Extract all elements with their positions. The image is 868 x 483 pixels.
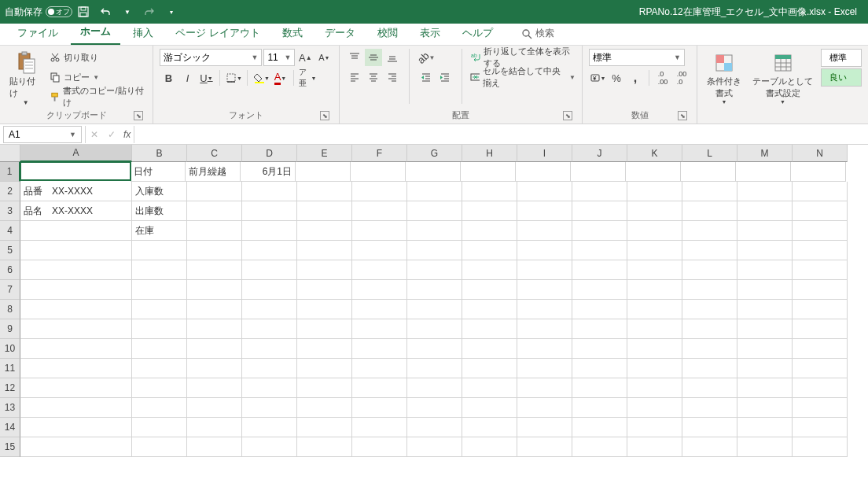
cell-F15[interactable]: [352, 437, 407, 457]
cell-E6[interactable]: [297, 260, 352, 280]
cell-C2[interactable]: [187, 182, 242, 201]
phonetic-button[interactable]: ア亜▼: [299, 69, 316, 87]
undo-dropdown-icon[interactable]: ▼: [121, 6, 134, 18]
cell-K11[interactable]: [627, 359, 682, 378]
cell-L14[interactable]: [682, 418, 737, 437]
cell-B2[interactable]: 入庫数: [132, 182, 187, 201]
column-header-K[interactable]: K: [627, 145, 682, 162]
cell-A3[interactable]: 品名 XX-XXXX: [20, 201, 132, 221]
cell-I5[interactable]: [517, 241, 572, 260]
row-header-15[interactable]: 15: [0, 437, 20, 457]
cell-J11[interactable]: [572, 359, 627, 378]
cell-N7[interactable]: [793, 280, 848, 300]
cell-F5[interactable]: [352, 241, 407, 260]
cell-B14[interactable]: [132, 418, 187, 437]
cell-L13[interactable]: [682, 398, 737, 418]
accounting-format-button[interactable]: ¥▼: [589, 69, 606, 87]
cell-A9[interactable]: [20, 319, 132, 339]
cell-H5[interactable]: [462, 241, 517, 260]
column-header-C[interactable]: C: [187, 145, 242, 162]
cell-H7[interactable]: [462, 280, 517, 300]
cell-J9[interactable]: [572, 319, 627, 339]
select-all-corner[interactable]: [0, 145, 20, 162]
cell-A4[interactable]: [20, 221, 132, 241]
cell-I11[interactable]: [517, 359, 572, 378]
cell-G6[interactable]: [407, 260, 462, 280]
formula-bar[interactable]: [134, 126, 868, 143]
cell-N8[interactable]: [793, 300, 848, 319]
row-header-3[interactable]: 3: [0, 201, 20, 221]
cell-K8[interactable]: [627, 300, 682, 319]
cell-L15[interactable]: [682, 437, 737, 457]
cell-C11[interactable]: [187, 359, 242, 378]
search-button[interactable]: 検索: [521, 27, 554, 45]
cell-L7[interactable]: [682, 280, 737, 300]
enter-formula-button[interactable]: ✓: [103, 126, 120, 143]
cell-J13[interactable]: [572, 398, 627, 418]
align-right-button[interactable]: [384, 68, 401, 86]
cell-L3[interactable]: [682, 201, 737, 221]
cell-I4[interactable]: [517, 221, 572, 241]
cell-M15[interactable]: [737, 437, 793, 457]
autosave-switch[interactable]: オフ: [46, 6, 72, 17]
cell-B10[interactable]: [132, 339, 187, 359]
decrease-indent-button[interactable]: [417, 68, 435, 86]
cell-K4[interactable]: [627, 221, 682, 241]
cell-J4[interactable]: [572, 221, 627, 241]
cell-D9[interactable]: [242, 319, 297, 339]
column-header-I[interactable]: I: [517, 145, 572, 162]
cell-D3[interactable]: [242, 201, 297, 221]
row-header-2[interactable]: 2: [0, 182, 20, 201]
row-header-1[interactable]: 1: [0, 162, 20, 182]
cell-F1[interactable]: [351, 162, 406, 182]
tab-data[interactable]: データ: [315, 23, 365, 45]
cell-L4[interactable]: [682, 221, 737, 241]
increase-indent-button[interactable]: [436, 68, 454, 86]
cell-C13[interactable]: [187, 398, 242, 418]
cell-D6[interactable]: [242, 260, 297, 280]
row-header-4[interactable]: 4: [0, 221, 20, 241]
cell-N5[interactable]: [793, 241, 848, 260]
cell-C8[interactable]: [187, 300, 242, 319]
column-header-J[interactable]: J: [572, 145, 627, 162]
fill-color-button[interactable]: ▼: [252, 69, 270, 87]
cell-L11[interactable]: [682, 359, 737, 378]
cell-E8[interactable]: [297, 300, 352, 319]
column-header-F[interactable]: F: [352, 145, 407, 162]
cell-N14[interactable]: [793, 418, 848, 437]
cell-I8[interactable]: [517, 300, 572, 319]
cell-C1[interactable]: 前月繰越: [186, 162, 241, 182]
cell-J12[interactable]: [572, 378, 627, 398]
cell-I13[interactable]: [517, 398, 572, 418]
cell-C15[interactable]: [187, 437, 242, 457]
alignment-launcher[interactable]: ⬊: [563, 111, 572, 120]
cell-B7[interactable]: [132, 280, 187, 300]
cell-M8[interactable]: [737, 300, 793, 319]
cell-F10[interactable]: [352, 339, 407, 359]
tab-review[interactable]: 校閲: [368, 23, 407, 45]
cell-G3[interactable]: [407, 201, 462, 221]
cell-N12[interactable]: [793, 378, 848, 398]
qat-customize-icon[interactable]: ▾: [165, 6, 178, 18]
cell-F4[interactable]: [352, 221, 407, 241]
cell-M10[interactable]: [737, 339, 793, 359]
cell-D2[interactable]: [242, 182, 297, 201]
cell-K2[interactable]: [627, 182, 682, 201]
cell-A8[interactable]: [20, 300, 132, 319]
paste-button[interactable]: 貼り付け ▼: [6, 49, 45, 108]
cell-A10[interactable]: [20, 339, 132, 359]
cell-C12[interactable]: [187, 378, 242, 398]
font-name-combo[interactable]: 游ゴシック▼: [160, 49, 262, 66]
cell-F12[interactable]: [352, 378, 407, 398]
row-header-12[interactable]: 12: [0, 378, 20, 398]
cell-L9[interactable]: [682, 319, 737, 339]
copy-button[interactable]: コピー▼: [50, 68, 146, 86]
cell-E9[interactable]: [297, 319, 352, 339]
percent-button[interactable]: %: [608, 69, 625, 87]
cell-G15[interactable]: [407, 437, 462, 457]
conditional-format-button[interactable]: 条件付き 書式▼: [704, 49, 745, 106]
tab-help[interactable]: ヘルプ: [453, 23, 502, 45]
increase-decimal-button[interactable]: .0.00: [654, 69, 671, 87]
cell-N15[interactable]: [793, 437, 848, 457]
tab-page-layout[interactable]: ページ レイアウト: [166, 23, 270, 45]
